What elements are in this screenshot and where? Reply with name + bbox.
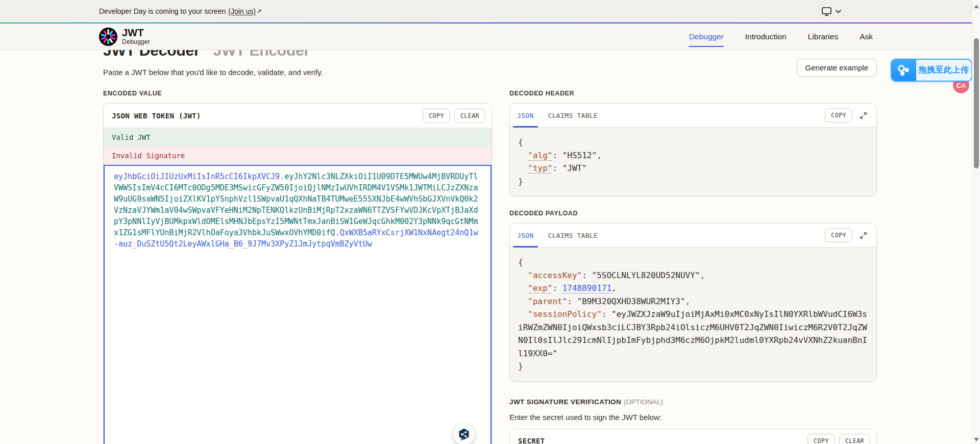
generate-example-button[interactable]: Generate example — [797, 59, 877, 77]
page-subtitle: Paste a JWT below that you'd like to dec… — [103, 68, 323, 77]
encoded-value-section: ENCODED VALUE JSON WEB TOKEN (JWT) COPY … — [103, 90, 492, 444]
header-claim-typ-key[interactable]: "typ" — [528, 163, 552, 173]
decoded-payload-json-panel[interactable]: { "accessKey": "5SOCLNLYL820UD52NUVY", "… — [510, 248, 876, 381]
token-header-segment: eyJhbGciOiJIUzUxMiIsInR5cCI6IkpXVCJ9 — [114, 172, 280, 181]
header-tab-claims-table[interactable]: CLAIMS TABLE — [541, 104, 605, 127]
invalid-signature-status: Invalid Signature — [104, 146, 492, 165]
payload-claim-sessionpolicy-key: "sessionPolicy" — [528, 309, 602, 319]
payload-tab-claims-table[interactable]: CLAIMS TABLE — [541, 224, 605, 247]
main-nav: Debugger Introduction Libraries Ask — [689, 32, 873, 41]
logo-subtitle: Debugger — [122, 39, 150, 45]
signature-verification-title: JWT SIGNATURE VERIFICATION — [509, 398, 621, 406]
payload-claim-accesskey-value: "5SOCLNLYL820UD52NUVY" — [592, 270, 700, 280]
nav-introduction[interactable]: Introduction — [745, 32, 787, 41]
expand-icon — [860, 232, 867, 239]
scrollbar-up-arrow[interactable] — [974, 5, 979, 8]
join-us-link[interactable]: (Join us) — [228, 7, 256, 15]
share-feedback-button[interactable] — [453, 424, 475, 444]
external-link-arrow-icon: ↗ — [257, 8, 262, 15]
payload-tab-json[interactable]: JSON — [510, 224, 541, 247]
banner-text: Developer Day is coming to your screen — [99, 7, 226, 15]
copy-jwt-button[interactable]: COPY — [423, 109, 450, 123]
netdisk-cloud-icon — [892, 60, 916, 81]
nav-libraries[interactable]: Libraries — [808, 32, 838, 41]
expand-decoded-payload-button[interactable] — [856, 230, 870, 241]
chevron-down-icon — [836, 10, 841, 13]
expand-decoded-header-button[interactable] — [856, 110, 870, 121]
signature-verification-optional: (OPTIONAL) — [624, 398, 663, 406]
drag-upload-widget[interactable]: 拖拽至此上传 — [891, 59, 972, 82]
scrollbar-down-arrow[interactable] — [974, 438, 979, 441]
page-scrollbar[interactable] — [972, 0, 980, 444]
secret-instruction: Enter the secret used to sign the JWT be… — [509, 413, 877, 422]
jwt-logo-icon — [99, 28, 117, 46]
encoded-value-label: ENCODED VALUE — [103, 90, 492, 97]
monitor-icon — [821, 7, 832, 16]
share-bubble-icon — [457, 428, 471, 441]
jwt-token-input[interactable]: eyJhbGciOiJIUzUxMiIsInR5cCI6IkpXVCJ9.eyJ… — [104, 165, 492, 444]
copy-secret-button[interactable]: COPY — [807, 434, 835, 444]
secret-card: SECRET COPY CLEAR — [509, 429, 877, 444]
copy-decoded-header-button[interactable]: COPY — [825, 108, 852, 122]
site-header: JWT Debugger Debugger Introduction Libra… — [0, 23, 972, 50]
payload-claim-accesskey-key: "accessKey" — [528, 270, 582, 280]
header-claim-alg-value: "HS512" — [562, 151, 597, 160]
jwt-card-title: JSON WEB TOKEN (JWT) — [112, 112, 201, 120]
clear-secret-button[interactable]: CLEAR — [839, 434, 870, 444]
signature-verification-section: JWT SIGNATURE VERIFICATION (OPTIONAL) En… — [509, 397, 877, 444]
expand-icon — [860, 112, 867, 119]
token-dot: . — [280, 172, 284, 181]
payload-claim-parent-key: "parent" — [528, 297, 567, 306]
decoded-payload-label: DECODED PAYLOAD — [509, 210, 877, 217]
header-tab-json[interactable]: JSON — [510, 104, 541, 127]
header-claim-alg-key[interactable]: "alg" — [528, 151, 552, 160]
decoded-header-json-panel[interactable]: { "alg": "HS512", "typ": "JWT" } — [510, 128, 876, 196]
nav-ask[interactable]: Ask — [860, 32, 873, 41]
decoded-payload-card: JSON CLAIMS TABLE COPY — [509, 223, 877, 382]
jwt-input-card: JSON WEB TOKEN (JWT) COPY CLEAR Valid JW… — [103, 103, 492, 444]
clear-jwt-button[interactable]: CLEAR — [454, 109, 485, 123]
decoded-header-label: DECODED HEADER — [509, 90, 877, 97]
secret-card-title: SECRET — [518, 437, 545, 444]
drag-upload-label: 拖拽至此上传 — [916, 60, 971, 81]
decoded-section: DECODED HEADER JSON CLAIMS TABLE COPY — [509, 90, 877, 444]
valid-jwt-status: Valid JWT — [104, 128, 492, 146]
logo-title: JWT — [122, 28, 150, 38]
payload-claim-exp-value[interactable]: 1748890171 — [562, 283, 611, 293]
nav-debugger[interactable]: Debugger — [689, 32, 724, 41]
top-chrome: Developer Day is coming to your screen (… — [0, 0, 972, 50]
jwt-logo[interactable]: JWT Debugger — [99, 28, 150, 46]
scrollbar-thumb[interactable] — [974, 38, 979, 168]
payload-claim-parent-value: "B9M320QXHD38WUR2MIY3" — [577, 297, 685, 306]
header-claim-typ-value: "JWT" — [562, 163, 587, 173]
decoded-header-card: JSON CLAIMS TABLE COPY — [509, 103, 877, 196]
announcement-banner: Developer Day is coming to your screen (… — [0, 0, 972, 22]
theme-picker-button[interactable] — [821, 7, 841, 16]
copy-decoded-payload-button[interactable]: COPY — [825, 228, 852, 242]
token-dot: . — [335, 228, 339, 237]
token-payload-segment: eyJhY2Nlc3NLZXkiOiI1U09DTE5MWUw4MjBVRDUy… — [114, 172, 478, 237]
payload-claim-exp-key[interactable]: "exp" — [528, 283, 552, 293]
